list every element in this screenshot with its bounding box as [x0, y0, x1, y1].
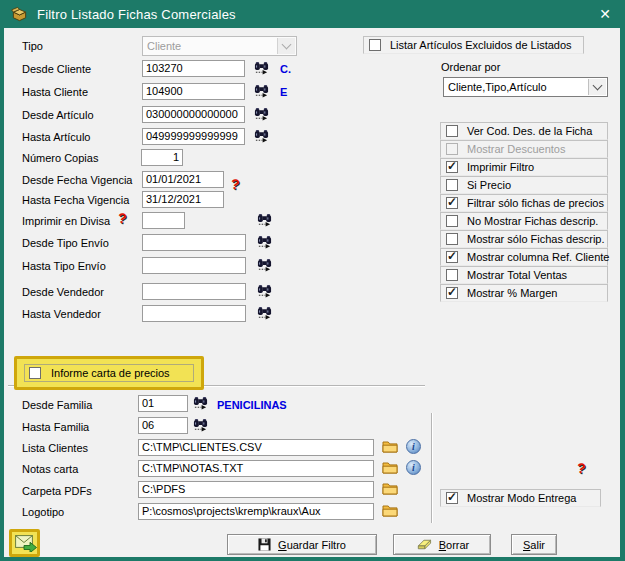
help-icon[interactable]: ? [576, 461, 586, 476]
export-button[interactable] [15, 535, 37, 552]
checkbox-icon[interactable] [446, 125, 458, 137]
checkbox-row-mostrar-margen[interactable]: Mostrar % Margen [440, 284, 608, 302]
label-imprimir-en-divisa: Imprimir en Divisa [22, 215, 110, 227]
highlight-box-informe: Informe carta de precios [14, 356, 204, 390]
combo-tipo-dropdown-button [277, 38, 295, 54]
eraser-icon [415, 539, 432, 550]
binoculars-icon[interactable] [193, 418, 208, 432]
checkbox-icon[interactable] [446, 251, 458, 263]
input-logotipo[interactable]: P:\cosmos\projects\kremp\kraux\Aux [138, 503, 374, 520]
checkbox-row-informe-carta[interactable]: Informe carta de precios [24, 364, 194, 382]
checkbox-row-mostrar-solo-fichas[interactable]: Mostrar sólo Fichas descrip. [440, 230, 608, 248]
checkbox-icon[interactable] [369, 39, 381, 51]
erase-button[interactable]: Borrar [393, 534, 491, 555]
checkbox-icon[interactable] [446, 269, 458, 281]
input-desde-fecha-vigencia[interactable]: 01/01/2021 [142, 171, 224, 188]
label-desde-tipo-envio: Desde Tipo Envío [22, 237, 109, 249]
dialog-filtro-listado: Filtro Listado Fichas Comerciales ✕ Tipo… [0, 0, 625, 561]
label-desde-familia: Desde Familia [22, 399, 92, 411]
folder-icon[interactable] [382, 440, 398, 453]
label-tipo: Tipo [22, 40, 43, 52]
label-hasta-familia: Hasta Familia [22, 421, 89, 433]
input-hasta-familia[interactable]: 06 [138, 417, 188, 434]
input-hasta-fecha-vigencia[interactable]: 31/12/2021 [142, 191, 224, 208]
checkbox-label: Imprimir Filtro [467, 161, 534, 173]
checkbox-label: Listar Artículos Excluidos de Listados [390, 39, 572, 51]
label-desde-fecha-vigencia: Desde Fecha Vigencia [22, 174, 132, 186]
checkbox-label: Mostrar sólo Fichas descrip. [467, 233, 605, 245]
input-hasta-articulo[interactable]: 049999999999999 [142, 128, 245, 145]
chevron-down-icon [593, 80, 603, 90]
input-lista-clientes[interactable]: C:\TMP\CLIENTES.CSV [138, 439, 374, 456]
input-hasta-cliente[interactable]: 104900 [142, 83, 245, 100]
checkbox-icon[interactable] [446, 233, 458, 245]
erase-label: Borrar [439, 539, 470, 551]
checkbox-label: Ver Cod. Des. de la Ficha [467, 125, 592, 137]
input-desde-tipo-envio[interactable] [142, 234, 246, 251]
checkbox-row-listar-excluidos[interactable]: Listar Artículos Excluidos de Listados [363, 36, 584, 54]
binoculars-icon[interactable] [257, 306, 272, 320]
binoculars-icon[interactable] [257, 284, 272, 298]
help-icon[interactable]: ? [230, 177, 240, 192]
checkbox-row-mostrar-columna-ref[interactable]: Mostrar columna Ref. Cliente [440, 248, 608, 266]
folder-icon[interactable] [382, 504, 398, 517]
checkbox-row-filtrar-solo-fichas[interactable]: Filtrar sólo fichas de precios [440, 194, 608, 212]
input-imprimir-en-divisa[interactable] [142, 212, 185, 229]
input-carpeta-pdfs[interactable]: C:\PDFS [138, 481, 374, 498]
save-filter-button[interactable]: Guardar Filtro [227, 534, 377, 555]
binoculars-icon[interactable] [254, 61, 269, 75]
close-icon[interactable]: ✕ [599, 6, 611, 22]
exit-label: Salir [523, 539, 545, 551]
binoculars-icon[interactable] [254, 84, 269, 98]
binoculars-icon[interactable] [193, 396, 208, 410]
label-ordenar-por: Ordenar por [441, 61, 500, 73]
checkbox-icon[interactable] [446, 179, 458, 191]
input-notas-carta[interactable]: C:\TMP\NOTAS.TXT [138, 460, 374, 477]
input-hasta-vendedor[interactable] [142, 305, 246, 322]
exit-button[interactable]: Salir [511, 534, 557, 555]
input-numero-copias[interactable]: 1 [141, 149, 183, 166]
help-icon[interactable]: ? [117, 211, 127, 226]
checkbox-row-si-precio[interactable]: Si Precio [440, 176, 608, 194]
checkbox-icon[interactable] [446, 287, 458, 299]
folder-icon[interactable] [382, 461, 398, 474]
checkbox-label: Mostrar Modo Entrega [467, 492, 576, 504]
checkbox-icon[interactable] [446, 492, 458, 504]
input-desde-articulo[interactable]: 030000000000000 [142, 106, 245, 123]
highlight-box-export [9, 529, 40, 557]
checkbox-icon [446, 143, 458, 155]
checkbox-row-mostrar-descuentos: Mostrar Descuentos [440, 140, 608, 158]
binoculars-icon[interactable] [254, 107, 269, 121]
familia-description: PENICILINAS [217, 399, 287, 411]
checkbox-row-mostrar-modo-entrega[interactable]: Mostrar Modo Entrega [440, 489, 601, 507]
checkbox-row-no-mostrar-fichas[interactable]: No Mostrar Fichas descrip. [440, 212, 608, 230]
binoculars-icon[interactable] [257, 258, 272, 272]
combo-ordenar-dropdown-button[interactable] [588, 79, 606, 95]
checkbox-icon[interactable] [446, 197, 458, 209]
suffix-hasta-cliente: E [280, 86, 287, 98]
checkbox-label: Filtrar sólo fichas de precios [467, 197, 604, 209]
input-desde-familia[interactable]: 01 [138, 395, 188, 412]
checkbox-row-ver-cod-des[interactable]: Ver Cod. Des. de la Ficha [440, 122, 608, 140]
checkbox-icon[interactable] [29, 367, 41, 379]
checkbox-label: Mostrar % Margen [467, 287, 557, 299]
checkbox-row-mostrar-total-ventas[interactable]: Mostrar Total Ventas [440, 266, 608, 284]
window-border-right [620, 28, 625, 561]
info-icon[interactable]: i [406, 460, 421, 475]
window-title: Filtro Listado Fichas Comerciales [37, 7, 236, 22]
combo-ordenar-por[interactable]: Cliente,Tipo,Artículo [443, 77, 608, 97]
checkbox-icon[interactable] [446, 161, 458, 173]
binoculars-icon[interactable] [257, 213, 272, 227]
floppy-disk-icon [258, 538, 271, 551]
binoculars-icon[interactable] [257, 235, 272, 249]
checkbox-icon[interactable] [446, 215, 458, 227]
info-icon[interactable]: i [406, 439, 421, 454]
input-desde-vendedor[interactable] [142, 283, 246, 300]
checkbox-row-imprimir-filtro[interactable]: Imprimir Filtro [440, 158, 608, 176]
binoculars-icon[interactable] [254, 129, 269, 143]
checkbox-label: No Mostrar Fichas descrip. [467, 215, 598, 227]
folder-icon[interactable] [382, 482, 398, 495]
checkbox-label: Mostrar columna Ref. Cliente [467, 251, 609, 263]
input-hasta-tipo-envio[interactable] [142, 257, 246, 274]
input-desde-cliente[interactable]: 103270 [142, 60, 245, 77]
